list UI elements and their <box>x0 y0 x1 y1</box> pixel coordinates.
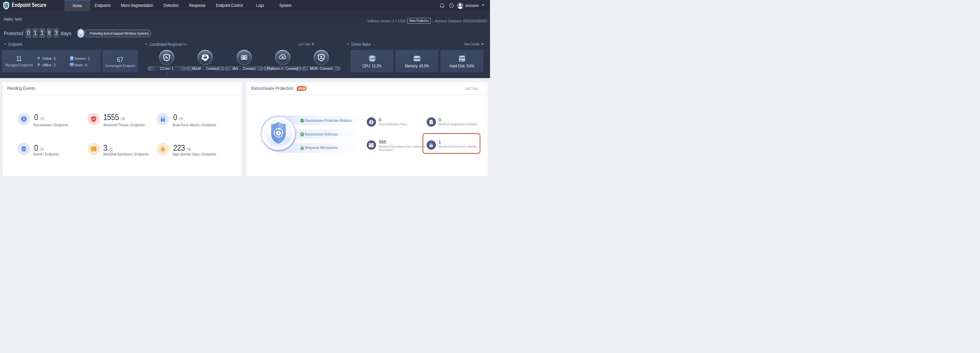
svg-text:RAM: RAM <box>414 57 419 60</box>
svg-text:WIN: WIN <box>79 35 83 37</box>
svg-text:?: ? <box>450 4 452 7</box>
svg-text:?: ? <box>430 121 432 124</box>
svg-text:CPU: CPU <box>370 57 375 60</box>
svg-text:DISK: DISK <box>459 57 465 59</box>
